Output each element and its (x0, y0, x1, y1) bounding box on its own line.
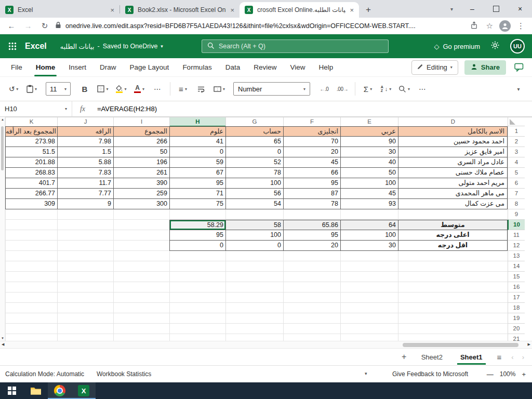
cell-K4[interactable]: 201.88 (5, 157, 57, 168)
cell-H4[interactable]: 59 (169, 157, 225, 168)
find-button[interactable]: ▾ (396, 81, 413, 97)
column-header-J[interactable]: J (57, 117, 113, 127)
cell-K18[interactable] (5, 303, 57, 313)
zoom-out-button[interactable]: — (487, 370, 494, 378)
increase-decimal-button[interactable]: ←.0 (316, 81, 332, 97)
browser-profile-avatar[interactable] (499, 20, 511, 32)
wrap-text-button[interactable] (193, 81, 209, 97)
cell-J19[interactable] (57, 313, 113, 324)
cell-I9[interactable] (113, 209, 169, 220)
start-button[interactable] (0, 382, 24, 399)
cell-F5[interactable]: 66 (283, 168, 340, 178)
cell-D12[interactable]: اقل درجه (398, 241, 508, 251)
row-header-21[interactable]: 21 (508, 334, 525, 341)
row-header-8[interactable]: 8 (508, 199, 525, 209)
cell-F1[interactable]: انجليزى (283, 126, 340, 137)
cell-K10[interactable] (5, 220, 57, 230)
cell-E10[interactable]: 64 (340, 220, 398, 230)
cell-I13[interactable] (113, 251, 169, 261)
cell-F8[interactable]: 78 (283, 199, 340, 209)
cell-K9[interactable] (5, 209, 57, 220)
cell-K15[interactable] (5, 272, 57, 282)
cell-D21[interactable] (398, 334, 508, 341)
ribbon-tab-view[interactable]: View (283, 58, 312, 76)
cell-I19[interactable] (113, 313, 169, 324)
borders-button[interactable]: ▾ (95, 81, 111, 97)
scroll-up-icon[interactable]: ▲ (0, 118, 5, 121)
cell-G6[interactable]: 100 (225, 178, 283, 189)
fx-label[interactable]: fx (72, 101, 93, 116)
status-bar-caret-icon[interactable]: ▾ (365, 371, 367, 376)
sheet-tab-sheet2[interactable]: Sheet2 (413, 349, 451, 365)
row-header-14[interactable]: 14 (508, 261, 525, 272)
sheet-scroll-left-icon[interactable]: ‹ (508, 353, 517, 361)
row-header-9[interactable]: 9 (508, 209, 525, 220)
cell-I18[interactable] (113, 303, 169, 313)
cell-I7[interactable]: 259 (113, 189, 169, 199)
cell-E12[interactable]: 30 (340, 241, 398, 251)
cell-H21[interactable] (169, 334, 225, 341)
cell-E6[interactable]: 100 (340, 178, 398, 189)
cell-D9[interactable] (398, 209, 508, 220)
cell-E4[interactable]: 40 (340, 157, 398, 168)
cell-K20[interactable] (5, 324, 57, 334)
cell-E13[interactable] (340, 251, 398, 261)
cell-J17[interactable] (57, 292, 113, 303)
cell-I10[interactable] (113, 220, 169, 230)
cell-K6[interactable]: 401.7 (5, 178, 57, 189)
cell-G21[interactable] (225, 334, 283, 341)
cell-J11[interactable] (57, 230, 113, 241)
cell-J12[interactable] (57, 241, 113, 251)
app-launcher-waffle-icon[interactable] (0, 42, 25, 50)
all-sheets-menu-icon[interactable]: ≡ (492, 353, 507, 362)
cell-D5[interactable]: عصام ملاك حسنى (398, 168, 508, 178)
sheet-scroll-right-icon[interactable]: › (518, 353, 528, 361)
column-header-F[interactable]: F (283, 117, 340, 127)
cell-H10[interactable]: 58.29 (169, 220, 225, 230)
cell-E7[interactable]: 45 (340, 189, 398, 199)
cell-D15[interactable] (398, 272, 508, 282)
font-color-button[interactable]: A ▾ (131, 81, 148, 97)
cell-F12[interactable]: 20 (283, 241, 340, 251)
cell-G20[interactable] (225, 324, 283, 334)
cell-F4[interactable]: 45 (283, 157, 340, 168)
cell-K1[interactable]: المجموع بعد الرأفه (5, 126, 57, 137)
cell-G19[interactable] (225, 313, 283, 324)
select-all-corner[interactable] (508, 117, 525, 126)
cell-E14[interactable] (340, 261, 398, 272)
cell-D7[interactable]: مى ماهر المحمدى (398, 189, 508, 199)
cell-E20[interactable] (340, 324, 398, 334)
cell-E8[interactable]: 93 (340, 199, 398, 209)
cell-H18[interactable] (169, 303, 225, 313)
autosum-button[interactable]: Σ▾ (360, 81, 376, 97)
row-header-12[interactable]: 12 (508, 241, 525, 251)
font-size-dropdown[interactable]: 11 ▾ (46, 82, 71, 96)
cell-D20[interactable] (398, 324, 508, 334)
cell-D17[interactable] (398, 292, 508, 303)
cell-H9[interactable] (169, 209, 225, 220)
cell-F3[interactable]: 20 (283, 147, 340, 157)
cell-H19[interactable] (169, 313, 225, 324)
cell-I16[interactable] (113, 282, 169, 292)
column-header-I[interactable]: I (113, 117, 169, 127)
cell-J9[interactable] (57, 209, 113, 220)
cell-E21[interactable] (340, 334, 398, 341)
cell-F13[interactable] (283, 251, 340, 261)
add-sheet-button[interactable]: + (396, 352, 412, 362)
cell-E5[interactable]: 50 (340, 168, 398, 178)
cell-J8[interactable]: 9 (57, 199, 113, 209)
cell-G4[interactable]: 52 (225, 157, 283, 168)
zoom-in-button[interactable]: + (522, 370, 526, 378)
cell-F2[interactable]: 70 (283, 137, 340, 147)
excel-taskbar-button[interactable]: X (72, 382, 96, 399)
cell-G16[interactable] (225, 282, 283, 292)
settings-gear-icon[interactable] (490, 41, 500, 52)
scroll-left-icon[interactable]: ◀ (2, 342, 4, 347)
row-header-17[interactable]: 17 (508, 292, 525, 303)
cell-G17[interactable] (225, 292, 283, 303)
cell-D4[interactable]: عادل مراد السرى (398, 157, 508, 168)
cell-I2[interactable]: 266 (113, 137, 169, 147)
account-avatar[interactable]: UU (510, 39, 525, 54)
cell-D18[interactable] (398, 303, 508, 313)
new-tab-button[interactable]: + (361, 3, 376, 17)
